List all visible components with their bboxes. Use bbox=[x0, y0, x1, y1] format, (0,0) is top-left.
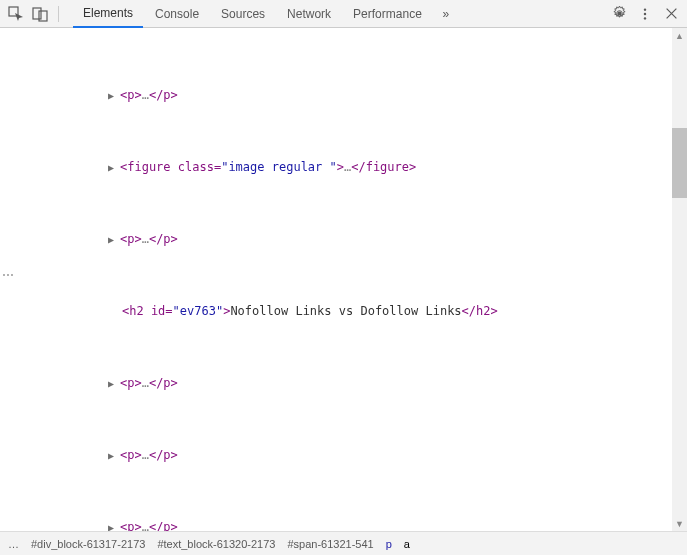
attr-id: "ev763" bbox=[173, 304, 224, 318]
gutter-ellipsis-icon[interactable]: ⋯ bbox=[2, 268, 14, 282]
breadcrumb-item-a[interactable]: a bbox=[404, 538, 410, 550]
breadcrumb-item[interactable]: #span-61321-541 bbox=[287, 538, 373, 550]
tab-console[interactable]: Console bbox=[145, 0, 209, 28]
expand-arrow-icon[interactable]: ▶ bbox=[108, 520, 114, 531]
dom-tree[interactable]: ▶<p>…</p> ▶<figure class="image regular … bbox=[0, 28, 687, 531]
text-node[interactable]: Nofollow Links vs Dofollow Links bbox=[230, 304, 461, 318]
tag-p[interactable]: <p> bbox=[120, 376, 142, 390]
inspect-icon[interactable] bbox=[4, 2, 28, 26]
settings-icon[interactable] bbox=[607, 2, 631, 26]
tab-performance[interactable]: Performance bbox=[343, 0, 432, 28]
tag-p[interactable]: <p> bbox=[120, 232, 142, 246]
svg-point-3 bbox=[617, 11, 621, 15]
devtools-tabs: Elements Console Sources Network Perform… bbox=[73, 0, 607, 28]
tag-figure[interactable]: <figure class= bbox=[120, 160, 221, 174]
close-devtools-icon[interactable] bbox=[659, 2, 683, 26]
tag-p[interactable]: <p> bbox=[120, 448, 142, 462]
attr-class: "image regular " bbox=[221, 160, 337, 174]
tag-h2-close: </h2> bbox=[462, 304, 498, 318]
svg-point-5 bbox=[644, 12, 646, 14]
scrollbar-thumb[interactable] bbox=[672, 128, 687, 198]
ellipsis: … bbox=[142, 448, 149, 462]
tab-sources[interactable]: Sources bbox=[211, 0, 275, 28]
breadcrumb: … #div_block-61317-2173 #text_block-6132… bbox=[0, 531, 687, 555]
elements-tree-panel: ⋯ ▶<p>…</p> ▶<figure class="image regula… bbox=[0, 28, 687, 531]
ellipsis: … bbox=[142, 520, 149, 531]
breadcrumb-item[interactable]: #div_block-61317-2173 bbox=[31, 538, 145, 550]
toolbar-separator bbox=[58, 6, 59, 22]
scrollbar-vertical[interactable]: ▲ ▼ bbox=[672, 28, 687, 531]
ellipsis: … bbox=[142, 376, 149, 390]
expand-arrow-icon[interactable]: ▶ bbox=[108, 88, 114, 103]
tag-p[interactable]: <p> bbox=[120, 520, 142, 531]
breadcrumb-item[interactable]: #text_block-61320-2173 bbox=[157, 538, 275, 550]
kebab-menu-icon[interactable] bbox=[633, 2, 657, 26]
tag-p-close: </p> bbox=[149, 376, 178, 390]
tag-figure-close: </figure> bbox=[351, 160, 416, 174]
scrollbar-down-icon[interactable]: ▼ bbox=[672, 516, 687, 531]
expand-arrow-icon[interactable]: ▶ bbox=[108, 232, 114, 247]
tag-h2[interactable]: <h2 id= bbox=[122, 304, 173, 318]
ellipsis: … bbox=[142, 88, 149, 102]
tag-p-close: </p> bbox=[149, 448, 178, 462]
breadcrumb-ellipsis[interactable]: … bbox=[8, 538, 19, 550]
svg-point-6 bbox=[644, 17, 646, 19]
expand-arrow-icon[interactable]: ▶ bbox=[108, 160, 114, 175]
tab-network[interactable]: Network bbox=[277, 0, 341, 28]
tag-p[interactable]: <p> bbox=[120, 88, 142, 102]
breadcrumb-item-p[interactable]: p bbox=[386, 538, 392, 550]
expand-arrow-icon[interactable]: ▶ bbox=[108, 376, 114, 391]
svg-rect-1 bbox=[33, 8, 41, 19]
expand-arrow-icon[interactable]: ▶ bbox=[108, 448, 114, 463]
scrollbar-up-icon[interactable]: ▲ bbox=[672, 28, 687, 43]
ellipsis: … bbox=[142, 232, 149, 246]
device-toggle-icon[interactable] bbox=[28, 2, 52, 26]
tag-close-bracket: > bbox=[337, 160, 344, 174]
tag-p-close: </p> bbox=[149, 232, 178, 246]
tag-p-close: </p> bbox=[149, 88, 178, 102]
more-tabs-icon[interactable]: » bbox=[434, 2, 458, 26]
svg-point-4 bbox=[644, 8, 646, 10]
devtools-toolbar: Elements Console Sources Network Perform… bbox=[0, 0, 687, 28]
tab-elements[interactable]: Elements bbox=[73, 0, 143, 28]
tag-p-close: </p> bbox=[149, 520, 178, 531]
